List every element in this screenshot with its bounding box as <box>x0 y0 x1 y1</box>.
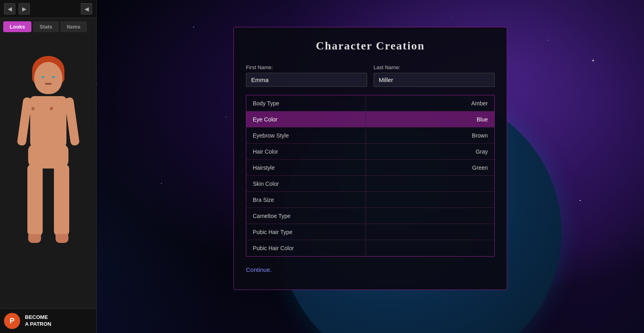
tab-items[interactable]: Items <box>60 21 87 32</box>
nav-back-button[interactable]: ◀ <box>4 3 15 14</box>
attr-name-cell: Skin Color <box>246 176 365 191</box>
patron-text: BECOME A PATRON <box>25 314 51 328</box>
attr-row-cameltoe-type[interactable]: Cameltoe Type <box>246 208 494 224</box>
creation-panel: Character Creation First Name: Last Name… <box>233 27 507 290</box>
attr-row-skin-color[interactable]: Skin Color <box>246 176 494 192</box>
attr-value-cell: Green <box>365 160 494 175</box>
attr-value-cell <box>365 240 494 256</box>
attr-row-body-type[interactable]: Body TypeAmber <box>246 95 494 111</box>
character-preview <box>0 32 96 308</box>
attr-name-cell: Hair Color <box>246 144 365 159</box>
character-eye-left <box>41 76 45 78</box>
character-arm-right <box>64 97 79 146</box>
character-head <box>34 62 62 94</box>
character-leg-left <box>27 164 43 237</box>
attr-value-cell <box>365 192 494 208</box>
main-content: Character Creation First Name: Last Name… <box>97 0 644 333</box>
character-figure <box>16 62 80 287</box>
attr-value-cell <box>365 208 494 224</box>
attr-row-bra-size[interactable]: Bra Size <box>246 192 494 208</box>
attr-value-cell: Gray <box>365 144 494 159</box>
collapse-sidebar-button[interactable]: ◀ <box>81 3 92 14</box>
tab-bar: Looks Stats Items <box>0 18 96 32</box>
attr-name-cell: Bra Size <box>246 192 365 208</box>
character-foot-left <box>28 234 41 243</box>
tab-looks[interactable]: Looks <box>3 21 31 32</box>
name-fields: First Name: Last Name: <box>246 64 495 87</box>
first-name-label: First Name: <box>246 64 367 70</box>
patron-icon: P <box>4 313 20 329</box>
tab-stats[interactable]: Stats <box>33 21 59 32</box>
attr-name-cell: Cameltoe Type <box>246 208 365 224</box>
attributes-table: Body TypeAmberEye ColorBlueEyebrow Style… <box>246 95 495 257</box>
attr-value-cell <box>365 176 494 191</box>
attr-row-hair-color[interactable]: Hair ColorGray <box>246 144 494 160</box>
character-nipple-left <box>31 107 35 110</box>
attr-row-eyebrow-style[interactable]: Eyebrow StyleBrown <box>246 127 494 144</box>
attr-row-pubic-hair-type[interactable]: Pubic Hair Type <box>246 224 494 240</box>
attr-name-cell: Pubic Hair Color <box>246 240 365 256</box>
sidebar-top-nav: ◀ ▶ ◀ <box>0 0 96 18</box>
last-name-input[interactable] <box>374 73 495 87</box>
character-nipple-right <box>50 107 53 110</box>
sidebar: ◀ ▶ ◀ Looks Stats Items <box>0 0 97 333</box>
attr-row-hairstyle[interactable]: HairstyleGreen <box>246 160 494 176</box>
character-foot-right <box>56 234 68 243</box>
attr-value-cell: Amber <box>365 95 494 111</box>
last-name-label: Last Name: <box>374 64 495 70</box>
last-name-field: Last Name: <box>374 64 495 87</box>
continue-link[interactable]: Continue. <box>246 266 272 273</box>
character-leg-right <box>54 164 69 237</box>
nav-forward-button[interactable]: ▶ <box>19 3 30 14</box>
attr-row-pubic-hair-color[interactable]: Pubic Hair Color <box>246 240 494 256</box>
attr-value-cell: Blue <box>365 111 494 127</box>
first-name-input[interactable] <box>246 73 367 87</box>
patron-bar[interactable]: P BECOME A PATRON <box>0 308 96 333</box>
first-name-field: First Name: <box>246 64 367 87</box>
attr-name-cell: Eye Color <box>246 111 365 127</box>
panel-title: Character Creation <box>246 39 495 52</box>
attr-row-eye-color[interactable]: Eye ColorBlue <box>246 111 494 127</box>
attr-value-cell <box>365 224 494 240</box>
character-mouth <box>45 83 52 85</box>
character-eye-right <box>52 76 55 78</box>
attr-name-cell: Eyebrow Style <box>246 127 365 143</box>
attr-name-cell: Body Type <box>246 95 365 111</box>
attr-name-cell: Pubic Hair Type <box>246 224 365 240</box>
attr-value-cell: Brown <box>365 127 494 143</box>
attr-name-cell: Hairstyle <box>246 160 365 175</box>
